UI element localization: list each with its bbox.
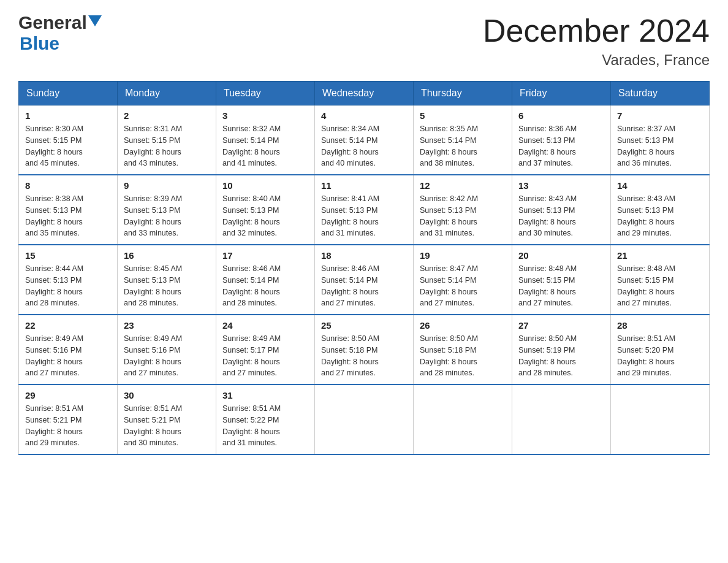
day-number: 3	[222, 110, 308, 121]
day-number: 8	[25, 180, 111, 191]
calendar-week-row: 22 Sunrise: 8:49 AM Sunset: 5:16 PM Dayl…	[19, 315, 710, 385]
day-info: Sunrise: 8:31 AM Sunset: 5:15 PM Dayligh…	[124, 123, 210, 169]
day-info: Sunrise: 8:36 AM Sunset: 5:13 PM Dayligh…	[518, 123, 604, 169]
day-info: Sunrise: 8:30 AM Sunset: 5:15 PM Dayligh…	[25, 123, 111, 169]
day-number: 31	[222, 390, 308, 400]
day-info: Sunrise: 8:48 AM Sunset: 5:15 PM Dayligh…	[617, 263, 703, 309]
day-info: Sunrise: 8:50 AM Sunset: 5:18 PM Dayligh…	[420, 333, 506, 379]
calendar-cell: 7 Sunrise: 8:37 AM Sunset: 5:13 PM Dayli…	[611, 105, 710, 175]
calendar-cell: 6 Sunrise: 8:36 AM Sunset: 5:13 PM Dayli…	[512, 105, 611, 175]
day-number: 29	[25, 390, 111, 400]
day-number: 9	[124, 180, 210, 191]
logo-general-text: General	[18, 12, 87, 33]
day-number: 12	[420, 180, 506, 191]
calendar-cell: 15 Sunrise: 8:44 AM Sunset: 5:13 PM Dayl…	[19, 245, 118, 315]
calendar-cell: 3 Sunrise: 8:32 AM Sunset: 5:14 PM Dayli…	[216, 105, 315, 175]
day-of-week-header: Monday	[118, 82, 216, 105]
calendar-cell: 10 Sunrise: 8:40 AM Sunset: 5:13 PM Dayl…	[216, 175, 315, 245]
calendar-cell: 29 Sunrise: 8:51 AM Sunset: 5:21 PM Dayl…	[19, 385, 118, 454]
day-number: 26	[420, 320, 506, 331]
day-of-week-header: Sunday	[19, 82, 118, 105]
day-of-week-header: Wednesday	[315, 82, 414, 105]
day-of-week-header: Friday	[512, 82, 611, 105]
calendar-week-row: 15 Sunrise: 8:44 AM Sunset: 5:13 PM Dayl…	[19, 245, 710, 315]
day-number: 11	[321, 180, 407, 191]
day-number: 24	[222, 320, 308, 331]
day-info: Sunrise: 8:34 AM Sunset: 5:14 PM Dayligh…	[321, 123, 407, 169]
day-info: Sunrise: 8:46 AM Sunset: 5:14 PM Dayligh…	[321, 263, 407, 309]
calendar-cell: 19 Sunrise: 8:47 AM Sunset: 5:14 PM Dayl…	[414, 245, 512, 315]
day-info: Sunrise: 8:51 AM Sunset: 5:20 PM Dayligh…	[617, 333, 703, 379]
calendar-cell: 28 Sunrise: 8:51 AM Sunset: 5:20 PM Dayl…	[611, 315, 710, 385]
day-number: 2	[124, 110, 210, 121]
logo: General Blue	[18, 12, 102, 54]
calendar-cell: 12 Sunrise: 8:42 AM Sunset: 5:13 PM Dayl…	[414, 175, 512, 245]
day-number: 13	[518, 180, 604, 191]
day-info: Sunrise: 8:46 AM Sunset: 5:14 PM Dayligh…	[222, 263, 308, 309]
day-of-week-header: Saturday	[611, 82, 710, 105]
title-block: December 2024 Varades, France	[483, 12, 710, 69]
day-info: Sunrise: 8:43 AM Sunset: 5:13 PM Dayligh…	[617, 193, 703, 239]
day-of-week-header: Thursday	[414, 82, 512, 105]
calendar-cell: 5 Sunrise: 8:35 AM Sunset: 5:14 PM Dayli…	[414, 105, 512, 175]
calendar-cell	[315, 385, 414, 454]
day-info: Sunrise: 8:51 AM Sunset: 5:22 PM Dayligh…	[222, 403, 308, 449]
calendar-table: SundayMondayTuesdayWednesdayThursdayFrid…	[18, 81, 710, 455]
day-info: Sunrise: 8:45 AM Sunset: 5:13 PM Dayligh…	[124, 263, 210, 309]
day-info: Sunrise: 8:49 AM Sunset: 5:16 PM Dayligh…	[25, 333, 111, 379]
day-info: Sunrise: 8:51 AM Sunset: 5:21 PM Dayligh…	[124, 403, 210, 449]
day-number: 27	[518, 320, 604, 331]
day-info: Sunrise: 8:39 AM Sunset: 5:13 PM Dayligh…	[124, 193, 210, 239]
calendar-cell: 13 Sunrise: 8:43 AM Sunset: 5:13 PM Dayl…	[512, 175, 611, 245]
day-info: Sunrise: 8:50 AM Sunset: 5:18 PM Dayligh…	[321, 333, 407, 379]
calendar-cell: 2 Sunrise: 8:31 AM Sunset: 5:15 PM Dayli…	[118, 105, 216, 175]
day-info: Sunrise: 8:49 AM Sunset: 5:17 PM Dayligh…	[222, 333, 308, 379]
day-info: Sunrise: 8:43 AM Sunset: 5:13 PM Dayligh…	[518, 193, 604, 239]
calendar-subtitle: Varades, France	[483, 52, 710, 69]
day-number: 14	[617, 180, 703, 191]
calendar-cell: 23 Sunrise: 8:49 AM Sunset: 5:16 PM Dayl…	[118, 315, 216, 385]
day-info: Sunrise: 8:44 AM Sunset: 5:13 PM Dayligh…	[25, 263, 111, 309]
calendar-cell: 11 Sunrise: 8:41 AM Sunset: 5:13 PM Dayl…	[315, 175, 414, 245]
calendar-cell: 8 Sunrise: 8:38 AM Sunset: 5:13 PM Dayli…	[19, 175, 118, 245]
day-number: 6	[518, 110, 604, 121]
day-info: Sunrise: 8:32 AM Sunset: 5:14 PM Dayligh…	[222, 123, 308, 169]
day-info: Sunrise: 8:42 AM Sunset: 5:13 PM Dayligh…	[420, 193, 506, 239]
day-info: Sunrise: 8:40 AM Sunset: 5:13 PM Dayligh…	[222, 193, 308, 239]
calendar-week-row: 8 Sunrise: 8:38 AM Sunset: 5:13 PM Dayli…	[19, 175, 710, 245]
calendar-cell	[611, 385, 710, 454]
calendar-cell: 22 Sunrise: 8:49 AM Sunset: 5:16 PM Dayl…	[19, 315, 118, 385]
day-number: 5	[420, 110, 506, 121]
calendar-title: December 2024	[483, 12, 710, 49]
day-info: Sunrise: 8:50 AM Sunset: 5:19 PM Dayligh…	[518, 333, 604, 379]
day-number: 22	[25, 320, 111, 331]
day-info: Sunrise: 8:47 AM Sunset: 5:14 PM Dayligh…	[420, 263, 506, 309]
day-info: Sunrise: 8:51 AM Sunset: 5:21 PM Dayligh…	[25, 403, 111, 449]
logo-triangle-icon	[88, 15, 102, 29]
day-number: 21	[617, 250, 703, 261]
day-number: 7	[617, 110, 703, 121]
calendar-cell	[414, 385, 512, 454]
calendar-cell: 4 Sunrise: 8:34 AM Sunset: 5:14 PM Dayli…	[315, 105, 414, 175]
calendar-cell: 20 Sunrise: 8:48 AM Sunset: 5:15 PM Dayl…	[512, 245, 611, 315]
day-info: Sunrise: 8:49 AM Sunset: 5:16 PM Dayligh…	[124, 333, 210, 379]
day-number: 18	[321, 250, 407, 261]
calendar-cell: 17 Sunrise: 8:46 AM Sunset: 5:14 PM Dayl…	[216, 245, 315, 315]
calendar-cell: 26 Sunrise: 8:50 AM Sunset: 5:18 PM Dayl…	[414, 315, 512, 385]
calendar-cell	[512, 385, 611, 454]
day-info: Sunrise: 8:48 AM Sunset: 5:15 PM Dayligh…	[518, 263, 604, 309]
calendar-header: SundayMondayTuesdayWednesdayThursdayFrid…	[19, 82, 710, 105]
header-row: SundayMondayTuesdayWednesdayThursdayFrid…	[19, 82, 710, 105]
svg-marker-0	[88, 15, 102, 26]
day-info: Sunrise: 8:38 AM Sunset: 5:13 PM Dayligh…	[25, 193, 111, 239]
calendar-cell: 9 Sunrise: 8:39 AM Sunset: 5:13 PM Dayli…	[118, 175, 216, 245]
logo-blue-text: Blue	[20, 33, 59, 53]
calendar-cell: 16 Sunrise: 8:45 AM Sunset: 5:13 PM Dayl…	[118, 245, 216, 315]
page-header: General Blue December 2024 Varades, Fran…	[18, 12, 710, 69]
calendar-cell: 27 Sunrise: 8:50 AM Sunset: 5:19 PM Dayl…	[512, 315, 611, 385]
calendar-cell: 31 Sunrise: 8:51 AM Sunset: 5:22 PM Dayl…	[216, 385, 315, 454]
day-number: 30	[124, 390, 210, 400]
day-info: Sunrise: 8:41 AM Sunset: 5:13 PM Dayligh…	[321, 193, 407, 239]
calendar-cell: 24 Sunrise: 8:49 AM Sunset: 5:17 PM Dayl…	[216, 315, 315, 385]
day-number: 23	[124, 320, 210, 331]
